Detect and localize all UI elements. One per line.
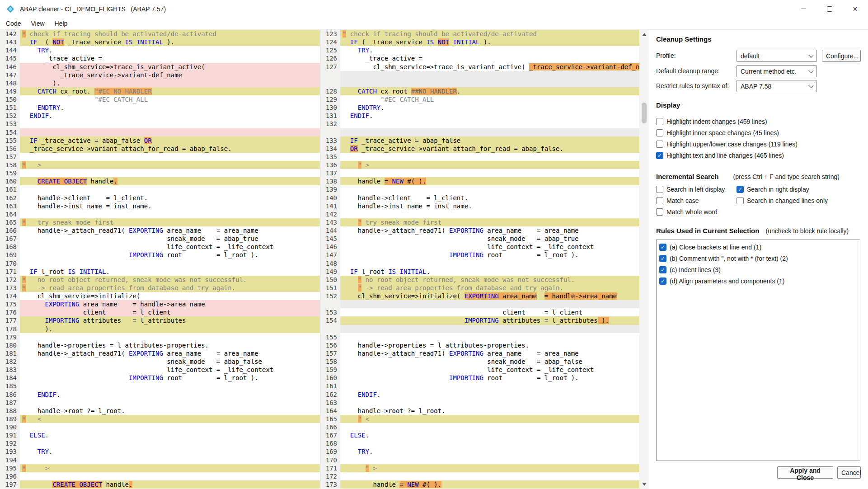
code-row[interactable] <box>320 325 640 333</box>
code-row[interactable]: 166 handle->_attach_read71( EXPORTING ar… <box>0 226 320 235</box>
display-option[interactable]: Highlight upper/lower case changes (119 … <box>656 138 798 150</box>
code-row[interactable]: 159 <box>0 169 320 177</box>
checkbox[interactable]: ✓ <box>659 266 666 273</box>
code-row[interactable]: 155 <box>320 333 640 341</box>
display-option[interactable]: ✓Highlight text and line changes (465 li… <box>656 150 798 161</box>
code-row[interactable]: 145 sneak_mode = abap_true <box>320 235 640 243</box>
code-row[interactable]: 157 handle->_attach_read71( EXPORTING ar… <box>320 349 640 357</box>
code-row[interactable]: 161 <box>320 382 640 390</box>
code-row[interactable]: 178 ). <box>0 325 320 333</box>
code-row[interactable] <box>320 128 640 136</box>
code-row[interactable]: 154 IMPORTING attributes = l_attributes … <box>320 316 640 324</box>
code-row[interactable] <box>320 71 640 79</box>
configure-button[interactable]: Configure... <box>822 50 861 62</box>
vertical-scrollbar[interactable] <box>639 30 649 489</box>
code-row[interactable]: 164 <box>0 210 320 218</box>
code-row[interactable]: 181 handle->_attach_read71( EXPORTING ar… <box>0 349 320 357</box>
diff-right-pane[interactable]: 123" check if tracing should be activate… <box>320 30 640 489</box>
checkbox[interactable] <box>656 141 663 148</box>
code-row[interactable]: 196 <box>0 472 320 480</box>
minimize-button[interactable] <box>791 0 816 18</box>
maximize-button[interactable] <box>816 0 842 18</box>
checkbox[interactable]: ✓ <box>737 186 744 193</box>
rule-item[interactable]: ✓(d) Align parameters and components (1) <box>659 275 860 287</box>
code-row[interactable]: 169 IMPORTING root = l_root ). <box>0 251 320 259</box>
checkbox[interactable]: ✓ <box>659 255 666 262</box>
code-row[interactable]: 147 IMPORTING root = l_root ). <box>320 251 640 259</box>
checkbox[interactable] <box>737 197 744 204</box>
code-row[interactable]: 144 handle->_attach_read71( EXPORTING ar… <box>320 226 640 235</box>
code-row[interactable]: 160 IMPORTING root = l_root ). <box>320 374 640 382</box>
search-option[interactable]: Search in changed lines only <box>737 195 828 206</box>
code-row[interactable]: 123" check if tracing should be activate… <box>320 30 640 38</box>
code-row[interactable]: 177 IMPORTING attributes = l_attributes <box>0 316 320 324</box>
code-row[interactable]: 156 _trace_service->variant-attach_for_r… <box>0 145 320 153</box>
code-row[interactable]: 165* try sneak mode first <box>0 218 320 226</box>
display-option[interactable]: Highlight inner space changes (45 lines) <box>656 127 798 138</box>
code-row[interactable]: 179 <box>0 333 320 341</box>
code-row[interactable]: 129 "#EC CATCH_ALL <box>320 95 640 103</box>
code-row[interactable]: 194 <box>0 456 320 464</box>
code-row[interactable]: 172* no root object returned, sneak mode… <box>0 276 320 284</box>
checkbox[interactable] <box>656 129 663 136</box>
diff-left-pane[interactable]: 142* check if tracing should be activate… <box>0 30 320 489</box>
code-row[interactable]: 183 life_context = _life_context <box>0 366 320 374</box>
code-row[interactable]: 146 cl_shm_service=>trace_is_variant_act… <box>0 63 320 71</box>
code-row[interactable]: 143 IF ( NOT _trace_service IS INITIAL )… <box>0 38 320 46</box>
code-row[interactable]: 151 " -> read area properties from datab… <box>320 284 640 292</box>
code-row[interactable]: 151 ENDTRY. <box>0 103 320 112</box>
code-row[interactable]: 187 <box>0 399 320 407</box>
code-row[interactable]: 150 "#EC CATCH_ALL <box>0 95 320 103</box>
code-row[interactable]: 138 handle = NEW #( ). <box>320 177 640 185</box>
apply-and-close-button[interactable]: Apply and Close <box>777 466 833 479</box>
code-row[interactable]: 133 IF _trace_active = abap_false <box>320 136 640 145</box>
scroll-up-button[interactable] <box>639 30 649 39</box>
code-row[interactable]: 132 <box>320 120 640 128</box>
checkbox[interactable]: ✓ <box>659 277 666 285</box>
code-row[interactable]: 142* check if tracing should be activate… <box>0 30 320 38</box>
code-row[interactable]: 175 EXPORTING area_name = handle->area_n… <box>0 300 320 308</box>
code-row[interactable]: 135 <box>320 153 640 161</box>
code-row[interactable]: 149 CATCH cx_root. "#EC NO_HANDLER <box>0 87 320 95</box>
code-row[interactable]: 165 " < <box>320 415 640 423</box>
code-row[interactable]: 168 <box>320 439 640 447</box>
code-row[interactable]: 188 handle->root ?= l_root. <box>0 407 320 415</box>
code-row[interactable]: 152 ENDIF. <box>0 112 320 120</box>
code-row[interactable]: 169 TRY. <box>320 447 640 456</box>
display-option[interactable]: Highlight indent changes (459 lines) <box>656 116 798 127</box>
code-row[interactable]: 168 life_context = _life_context <box>0 243 320 251</box>
rule-item[interactable]: ✓(b) Comment with ", not with * (for tex… <box>659 253 860 264</box>
code-row[interactable]: 148 ). <box>0 79 320 87</box>
code-row[interactable]: 156 handle->properties = l_attributes-pr… <box>320 341 640 349</box>
code-row[interactable]: 141 handle->inst_name = inst_name. <box>320 202 640 210</box>
code-row[interactable]: 127 cl_shm_service=>trace_is_variant_act… <box>320 63 640 71</box>
profile-dropdown[interactable]: default <box>737 50 817 62</box>
rule-item[interactable]: ✓(c) Indent lines (3) <box>659 264 860 275</box>
code-row[interactable]: 140 handle->client = l_client. <box>320 194 640 202</box>
code-row[interactable]: 126 _trace_active = <box>320 54 640 62</box>
code-row[interactable]: 180 handle->properties = l_attributes-pr… <box>0 341 320 349</box>
code-row[interactable]: 167 sneak_mode = abap_true <box>0 235 320 243</box>
search-option[interactable]: Search in left display <box>656 183 737 195</box>
code-row[interactable]: 186 ENDIF. <box>0 390 320 399</box>
code-row[interactable]: 184 IMPORTING root = l_root ). <box>0 374 320 382</box>
code-row[interactable]: 157 <box>0 153 320 161</box>
menu-code[interactable]: Code <box>1 19 26 28</box>
code-row[interactable]: 161 <box>0 185 320 193</box>
code-row[interactable]: 154 <box>0 128 320 136</box>
search-option[interactable]: ✓Search in right display <box>737 183 828 195</box>
search-option[interactable]: Match whole word <box>656 206 737 217</box>
rule-item[interactable]: ✓(a) Close brackets at line end (1) <box>659 241 860 253</box>
code-row[interactable]: 182 sneak_mode = abap_false <box>0 357 320 366</box>
code-row[interactable]: 125 TRY. <box>320 46 640 54</box>
cleanup-range-dropdown[interactable]: Current method etc. <box>737 65 817 77</box>
code-row[interactable]: 193 TRY. <box>0 447 320 456</box>
code-row[interactable]: 166 <box>320 423 640 431</box>
code-row[interactable]: 128 CATCH cx_root ##NO_HANDLER. <box>320 87 640 95</box>
checkbox[interactable] <box>656 197 663 204</box>
code-row[interactable]: 148 <box>320 259 640 268</box>
code-row[interactable]: 192 <box>0 439 320 447</box>
code-row[interactable]: 163 <box>320 399 640 407</box>
code-row[interactable]: 158* > <box>0 161 320 169</box>
code-row[interactable]: 155 IF _trace_active = abap_false OR <box>0 136 320 145</box>
